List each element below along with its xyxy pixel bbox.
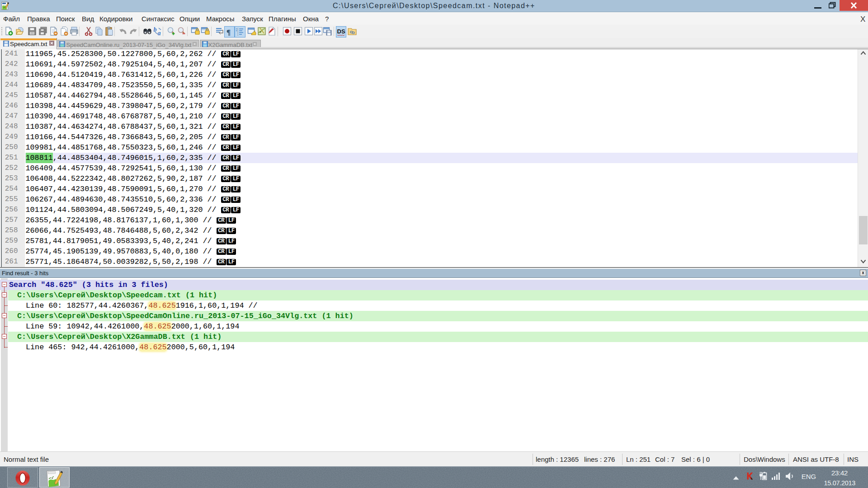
svg-text:b: b [154, 26, 157, 33]
svg-text:DS: DS [337, 28, 345, 35]
svg-text:¶: ¶ [226, 28, 231, 37]
svg-text:a: a [158, 30, 161, 36]
